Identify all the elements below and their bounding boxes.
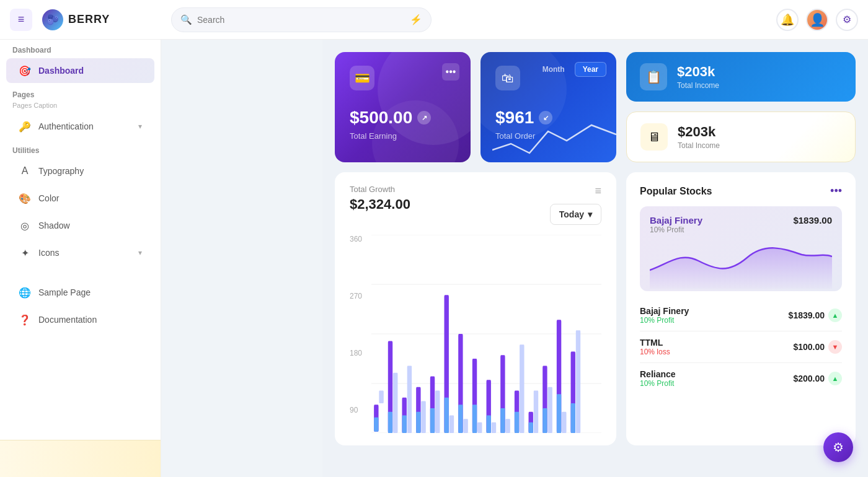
- featured-stock-price: $1839.00: [793, 215, 832, 225]
- svg-rect-15: [416, 412, 420, 433]
- sidebar-item-authentication[interactable]: 🔑 Authentication ▾: [6, 114, 154, 139]
- income-top-card: 📋 $203k Total Income: [626, 52, 856, 102]
- stock-row-bajaj: Bajaj Finery 10% Profit $1839.00 ▲: [640, 300, 842, 331]
- earning-label: Total Earning: [350, 131, 456, 141]
- sidebar-item-color[interactable]: 🎨 Color: [6, 186, 154, 211]
- svg-rect-49: [576, 330, 580, 433]
- order-card-icon: 🛍: [495, 66, 520, 90]
- sample-page-icon: 🌐: [19, 286, 31, 299]
- pages-section-label: Pages: [0, 84, 161, 102]
- sidebar-item-dashboard[interactable]: 🎯 Dashboard: [6, 58, 154, 83]
- stock-bajaj-trend-icon: ▲: [828, 309, 842, 322]
- avatar[interactable]: 👤: [806, 9, 828, 31]
- growth-chart-card: Total Growth $2,324.00 ≡ Today ▾ 360 270…: [335, 172, 616, 445]
- stock-ttml-trend-icon: ▼: [828, 340, 842, 354]
- earning-badge: ↗: [417, 111, 431, 125]
- stock-ttml-name: TTML: [640, 338, 670, 348]
- sidebar-item-icons-label: Icons: [38, 248, 59, 258]
- stocks-card: Popular Stocks ••• Bajaj Finery $1839.00…: [626, 172, 856, 445]
- svg-rect-19: [435, 390, 440, 433]
- svg-rect-18: [430, 408, 435, 433]
- shadow-icon: ◎: [19, 219, 31, 232]
- svg-rect-46: [562, 412, 566, 433]
- utilities-section-label: Utilities: [0, 140, 161, 157]
- earning-more-button[interactable]: •••: [442, 63, 459, 81]
- auth-chevron-icon: ▾: [138, 122, 142, 131]
- income-top-icon: 📋: [640, 63, 667, 90]
- svg-rect-10: [393, 373, 397, 433]
- sidebar-item-sample-page[interactable]: 🌐 Sample Page: [6, 280, 154, 305]
- stock-reliance-profit: 10% Profit: [640, 379, 676, 388]
- search-input[interactable]: [197, 15, 405, 25]
- svg-rect-13: [407, 365, 412, 433]
- featured-stock-name: Bajaj Finery: [650, 215, 702, 225]
- logo-icon: 🫐: [42, 9, 63, 30]
- sidebar-item-shadow[interactable]: ◎ Shadow: [6, 213, 154, 238]
- svg-rect-6: [374, 418, 378, 432]
- auth-icon: 🔑: [19, 120, 31, 133]
- right-cards: 📋 $203k Total Income 🖥 $203k Total Incom…: [626, 52, 856, 162]
- search-bar[interactable]: 🔍 ⚡: [171, 7, 432, 32]
- svg-rect-31: [492, 422, 496, 433]
- featured-stock-profit: 10% Profit: [650, 225, 832, 234]
- sidebar-item-typography[interactable]: A Typography: [6, 159, 154, 183]
- stock-bajaj-price: $1839.00: [789, 310, 825, 320]
- sidebar-bottom: [0, 440, 161, 477]
- stock-row-reliance: Reliance 10% Profit $200.00 ▲: [640, 363, 842, 394]
- sidebar-item-auth-label: Authentication: [38, 121, 94, 131]
- featured-stock-card: Bajaj Finery $1839.00 10% Profit: [640, 206, 842, 291]
- today-button[interactable]: Today ▾: [550, 204, 601, 225]
- y-label-360: 360: [350, 235, 368, 243]
- y-label-180: 180: [350, 349, 368, 357]
- stocks-more-button[interactable]: •••: [830, 185, 842, 198]
- svg-rect-39: [529, 422, 533, 433]
- fab-button[interactable]: ⚙: [823, 432, 853, 462]
- filter-icon[interactable]: ⚡: [410, 14, 422, 25]
- search-icon: 🔍: [180, 14, 192, 25]
- topbar: ≡ 🫐 BERRY 🔍 ⚡ 🔔 👤 ⚙: [0, 0, 868, 40]
- svg-rect-28: [477, 422, 482, 433]
- chart-title-label: Total Growth: [350, 185, 410, 194]
- stock-reliance-trend-icon: ▲: [828, 372, 842, 385]
- svg-rect-16: [421, 401, 425, 433]
- cards-row: 💳 ••• $500.00 ↗ Total Earning 🛍 Month Ye…: [335, 52, 856, 162]
- month-toggle-button[interactable]: Month: [535, 62, 572, 77]
- svg-rect-25: [463, 419, 467, 433]
- stock-bajaj-name: Bajaj Finery: [640, 306, 689, 316]
- settings-button[interactable]: ⚙: [836, 9, 858, 31]
- sidebar: Dashboard 🎯 Dashboard Pages Pages Captio…: [0, 0, 161, 477]
- sidebar-item-documentation[interactable]: ❓ Documentation: [6, 307, 154, 332]
- icons-icon: ✦: [19, 247, 31, 259]
- stocks-header: Popular Stocks •••: [640, 185, 842, 198]
- topbar-right: 🔔 👤 ⚙: [776, 9, 858, 31]
- app-name: BERRY: [68, 13, 110, 26]
- today-chevron-icon: ▾: [588, 209, 592, 219]
- svg-rect-43: [547, 387, 552, 433]
- menu-button[interactable]: ≡: [10, 9, 32, 31]
- svg-rect-42: [542, 408, 547, 433]
- year-toggle-button[interactable]: Year: [575, 62, 606, 77]
- sidebar-item-icons[interactable]: ✦ Icons ▾: [6, 240, 154, 265]
- svg-rect-21: [444, 398, 448, 433]
- month-year-toggle: Month Year: [535, 62, 606, 77]
- svg-rect-27: [472, 405, 477, 433]
- order-mini-chart: [492, 113, 616, 162]
- chart-menu-icon[interactable]: ≡: [595, 185, 601, 198]
- sidebar-item-doc-label: Documentation: [38, 315, 97, 325]
- today-label: Today: [559, 209, 584, 219]
- stock-bajaj-profit: 10% Profit: [640, 316, 689, 325]
- svg-rect-48: [571, 403, 575, 433]
- main-content: 💳 ••• $500.00 ↗ Total Earning 🛍 Month Ye…: [322, 40, 868, 477]
- income-top-label: Total Income: [677, 81, 719, 90]
- svg-rect-7: [379, 390, 383, 403]
- svg-rect-37: [520, 344, 524, 433]
- notification-button[interactable]: 🔔: [776, 9, 799, 31]
- stock-row-ttml: TTML 10% loss $100.00 ▼: [640, 331, 842, 363]
- typography-icon: A: [19, 165, 31, 177]
- svg-rect-24: [458, 405, 463, 433]
- chart-total: $2,324.00: [350, 196, 410, 212]
- stock-reliance-price: $200.00: [793, 374, 825, 383]
- earning-card: 💳 ••• $500.00 ↗ Total Earning: [335, 52, 471, 162]
- stock-ttml-profit: 10% loss: [640, 348, 670, 356]
- income-top-amount: $203k: [677, 64, 719, 80]
